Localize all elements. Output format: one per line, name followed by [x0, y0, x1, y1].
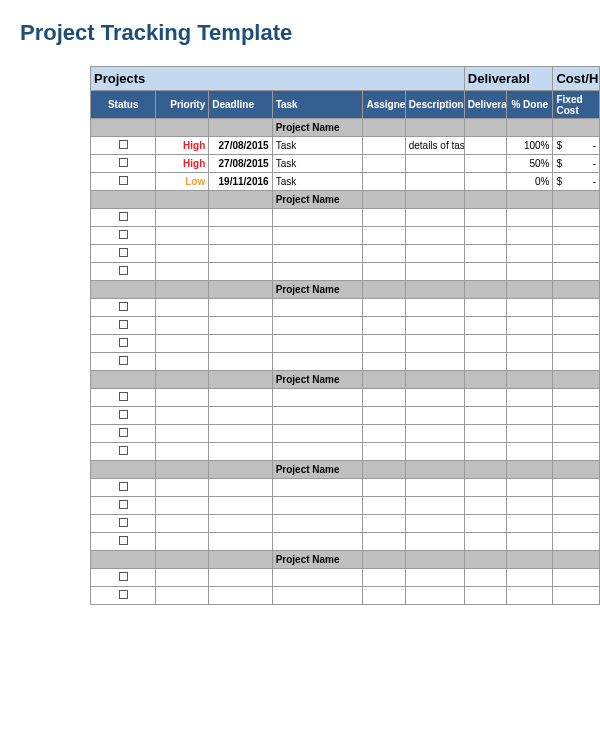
cell-deliverable[interactable] [464, 137, 506, 155]
cell-deliverable[interactable] [464, 389, 506, 407]
cell-task[interactable] [272, 533, 363, 551]
cell-deliverable[interactable] [464, 353, 506, 371]
cell-percent-done[interactable] [507, 263, 553, 281]
cell-description[interactable] [405, 317, 464, 335]
cell-deliverable[interactable] [464, 245, 506, 263]
cell-assignee[interactable] [363, 263, 405, 281]
status-checkbox[interactable] [119, 518, 128, 527]
cell-deliverable[interactable] [464, 299, 506, 317]
cell-assignee[interactable] [363, 317, 405, 335]
cell-task[interactable] [272, 299, 363, 317]
cell-percent-done[interactable] [507, 245, 553, 263]
cell-percent-done[interactable] [507, 587, 553, 605]
cell-description[interactable] [405, 335, 464, 353]
cell-deliverable[interactable] [464, 569, 506, 587]
cell-task[interactable] [272, 227, 363, 245]
cell-deliverable[interactable] [464, 227, 506, 245]
cell-task[interactable] [272, 515, 363, 533]
cell-task[interactable] [272, 407, 363, 425]
cell-assignee[interactable] [363, 425, 405, 443]
cell-priority[interactable] [156, 389, 209, 407]
cell-percent-done[interactable] [507, 533, 553, 551]
cell-assignee[interactable] [363, 443, 405, 461]
cell-percent-done[interactable] [507, 407, 553, 425]
cell-percent-done[interactable] [507, 317, 553, 335]
cell-deliverable[interactable] [464, 407, 506, 425]
cell-fixed-cost[interactable] [553, 515, 600, 533]
cell-fixed-cost[interactable] [553, 245, 600, 263]
cell-assignee[interactable] [363, 515, 405, 533]
status-checkbox[interactable] [119, 410, 128, 419]
cell-assignee[interactable] [363, 479, 405, 497]
cell-deadline[interactable] [209, 263, 272, 281]
cell-assignee[interactable] [363, 155, 405, 173]
cell-description[interactable]: details of task here [405, 137, 464, 155]
status-checkbox[interactable] [119, 482, 128, 491]
cell-description[interactable] [405, 515, 464, 533]
cell-deadline[interactable] [209, 407, 272, 425]
status-checkbox[interactable] [119, 212, 128, 221]
cell-task[interactable] [272, 245, 363, 263]
status-checkbox[interactable] [119, 536, 128, 545]
cell-priority[interactable] [156, 353, 209, 371]
cell-fixed-cost[interactable]: $- [553, 173, 600, 191]
cell-deadline[interactable] [209, 587, 272, 605]
cell-assignee[interactable] [363, 533, 405, 551]
cell-percent-done[interactable] [507, 209, 553, 227]
status-checkbox[interactable] [119, 500, 128, 509]
cell-fixed-cost[interactable] [553, 227, 600, 245]
cell-percent-done[interactable] [507, 227, 553, 245]
cell-task[interactable] [272, 317, 363, 335]
cell-description[interactable] [405, 533, 464, 551]
cell-task[interactable] [272, 353, 363, 371]
cell-deadline[interactable] [209, 245, 272, 263]
cell-deadline[interactable] [209, 515, 272, 533]
cell-task[interactable]: Task [272, 137, 363, 155]
cell-deliverable[interactable] [464, 479, 506, 497]
cell-percent-done[interactable]: 100% [507, 137, 553, 155]
cell-assignee[interactable] [363, 245, 405, 263]
cell-description[interactable] [405, 173, 464, 191]
cell-fixed-cost[interactable] [553, 497, 600, 515]
status-checkbox[interactable] [119, 248, 128, 257]
cell-fixed-cost[interactable] [553, 299, 600, 317]
cell-percent-done[interactable] [507, 335, 553, 353]
cell-percent-done[interactable] [507, 299, 553, 317]
cell-description[interactable] [405, 443, 464, 461]
cell-priority[interactable] [156, 335, 209, 353]
cell-task[interactable] [272, 587, 363, 605]
cell-priority[interactable] [156, 317, 209, 335]
cell-priority[interactable]: High [156, 155, 209, 173]
cell-deadline[interactable] [209, 533, 272, 551]
cell-description[interactable] [405, 479, 464, 497]
cell-deadline[interactable] [209, 317, 272, 335]
cell-description[interactable] [405, 407, 464, 425]
cell-deliverable[interactable] [464, 209, 506, 227]
cell-percent-done[interactable]: 0% [507, 173, 553, 191]
cell-task[interactable] [272, 443, 363, 461]
cell-deliverable[interactable] [464, 443, 506, 461]
cell-assignee[interactable] [363, 407, 405, 425]
cell-description[interactable] [405, 227, 464, 245]
cell-deadline[interactable] [209, 443, 272, 461]
cell-fixed-cost[interactable] [553, 569, 600, 587]
cell-priority[interactable] [156, 479, 209, 497]
cell-percent-done[interactable] [507, 497, 553, 515]
status-checkbox[interactable] [119, 392, 128, 401]
cell-deadline[interactable]: 27/08/2015 [209, 137, 272, 155]
cell-deadline[interactable] [209, 497, 272, 515]
status-checkbox[interactable] [119, 338, 128, 347]
cell-deadline[interactable] [209, 425, 272, 443]
cell-task[interactable] [272, 497, 363, 515]
cell-description[interactable] [405, 299, 464, 317]
cell-fixed-cost[interactable] [553, 425, 600, 443]
cell-deliverable[interactable] [464, 317, 506, 335]
cell-priority[interactable] [156, 497, 209, 515]
cell-task[interactable]: Task [272, 155, 363, 173]
status-checkbox[interactable] [119, 356, 128, 365]
status-checkbox[interactable] [119, 140, 128, 149]
cell-deadline[interactable] [209, 335, 272, 353]
cell-description[interactable] [405, 389, 464, 407]
cell-deliverable[interactable] [464, 533, 506, 551]
cell-priority[interactable] [156, 299, 209, 317]
